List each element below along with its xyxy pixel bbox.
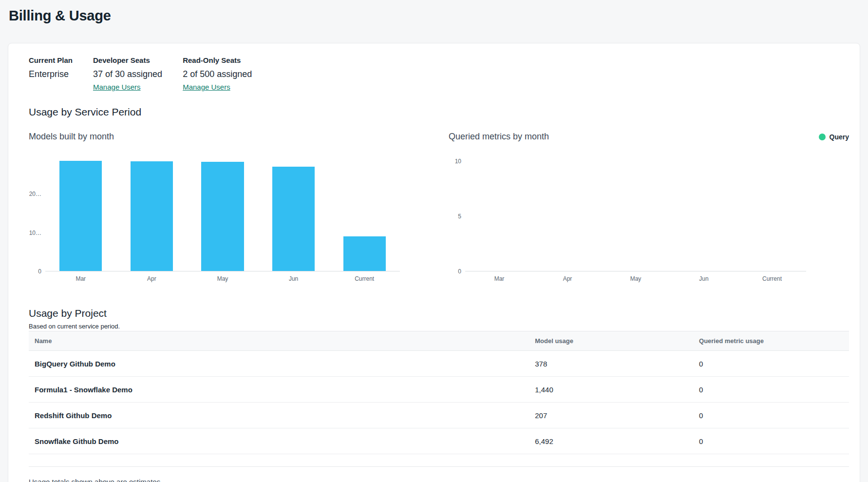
current-plan-value: Enterprise [29, 69, 73, 79]
models-chart-y-axis: 010…20… [29, 161, 45, 271]
readonly-seats-label: Read-Only Seats [183, 56, 252, 64]
x-axis-label: Current [329, 275, 400, 282]
usage-by-project-heading: Usage by Project [29, 308, 849, 319]
readonly-seats-value: 2 of 500 assigned [183, 69, 252, 79]
y-axis-label: 20… [29, 191, 41, 197]
current-plan-block: Current Plan Enterprise [29, 56, 73, 92]
x-axis-label: Jun [258, 275, 329, 282]
cell-queried-metric-usage: 0 [693, 351, 849, 377]
table-row: BigQuery Github Demo3780 [29, 351, 849, 377]
bar [201, 162, 244, 271]
models-built-chart: Models built by month 010…20… MarAprMayJ… [29, 132, 400, 282]
y-axis-label: 0 [458, 268, 461, 275]
plan-summary: Current Plan Enterprise Developer Seats … [29, 56, 849, 92]
usage-by-project-subtitle: Based on current service period. [29, 323, 849, 330]
bar-slot [45, 161, 116, 271]
usage-estimates-footnote: Usage totals shown above are estimates. [29, 478, 849, 482]
cell-name: Redshift Github Demo [29, 403, 529, 428]
usage-table-body: BigQuery Github Demo3780Formula1 - Snowf… [29, 351, 849, 454]
developer-seats-block: Developer Seats 37 of 30 assigned Manage… [93, 56, 162, 92]
current-plan-label: Current Plan [29, 56, 73, 64]
cell-queried-metric-usage: 0 [693, 403, 849, 428]
y-axis-label: 5 [458, 213, 461, 220]
cell-queried-metric-usage: 0 [693, 428, 849, 454]
table-row: Snowflake Github Demo6,4920 [29, 428, 849, 454]
bar-slot [465, 161, 533, 271]
x-axis-label: Mar [465, 275, 533, 282]
models-chart-plot [45, 161, 400, 271]
charts-row: Models built by month 010…20… MarAprMayJ… [29, 132, 849, 282]
queried-chart-plot [465, 161, 806, 271]
readonly-seats-block: Read-Only Seats 2 of 500 assigned Manage… [183, 56, 252, 92]
column-header-name: Name [29, 331, 529, 351]
bar-slot [738, 161, 806, 271]
bar-slot [670, 161, 738, 271]
developer-seats-value: 37 of 30 assigned [93, 69, 162, 79]
usage-by-service-period-heading: Usage by Service Period [29, 106, 849, 118]
x-axis-label: May [187, 275, 258, 282]
x-axis-label: Current [738, 275, 806, 282]
chart-legend: Query [819, 133, 849, 141]
bar-slot [187, 161, 258, 271]
cell-name: Formula1 - Snowflake Demo [29, 377, 529, 403]
models-chart-x-axis: MarAprMayJunCurrent [45, 275, 400, 282]
developer-seats-label: Developer Seats [93, 56, 162, 64]
cell-queried-metric-usage: 0 [693, 377, 849, 403]
cell-model-usage: 1,440 [529, 377, 693, 403]
models-built-chart-title: Models built by month [29, 132, 114, 142]
table-footer-row [29, 454, 849, 467]
table-row: Redshift Github Demo2070 [29, 403, 849, 428]
queried-chart-x-axis: MarAprMayJunCurrent [465, 275, 806, 282]
cell-model-usage: 378 [529, 351, 693, 377]
cell-model-usage: 6,492 [529, 428, 693, 454]
cell-name: BigQuery Github Demo [29, 351, 529, 377]
queried-chart-y-axis: 0510 [449, 161, 465, 271]
y-axis-label: 10… [29, 230, 41, 236]
bar-slot [329, 161, 400, 271]
legend-dot-icon [819, 134, 826, 140]
table-row: Formula1 - Snowflake Demo1,4400 [29, 377, 849, 403]
queried-metrics-chart-title: Queried metrics by month [449, 132, 549, 142]
queried-metrics-chart: Queried metrics by month Query 0510 MarA… [449, 132, 849, 282]
column-header-model-usage: Model usage [529, 331, 693, 351]
x-axis-label: Apr [116, 275, 188, 282]
bar [131, 161, 173, 271]
x-axis-label: Jun [670, 275, 738, 282]
table-header-row: Name Model usage Queried metric usage [29, 331, 849, 351]
column-header-queried-metric-usage: Queried metric usage [693, 331, 849, 351]
legend-label: Query [830, 133, 849, 141]
bar-slot [258, 161, 329, 271]
x-axis-label: Mar [45, 275, 116, 282]
cell-model-usage: 207 [529, 403, 693, 428]
bar [59, 161, 102, 271]
usage-by-project-table: Name Model usage Queried metric usage Bi… [29, 331, 849, 467]
bar [343, 236, 386, 271]
y-axis-label: 10 [455, 158, 461, 165]
developer-manage-users-link[interactable]: Manage Users [93, 83, 141, 91]
bar-slot [116, 161, 188, 271]
y-axis-label: 0 [38, 268, 41, 275]
bar-slot [533, 161, 602, 271]
billing-card: Current Plan Enterprise Developer Seats … [8, 43, 860, 482]
bar-slot [602, 161, 670, 271]
x-axis-label: May [602, 275, 670, 282]
page-title: Billing & Usage [0, 0, 868, 24]
bar [272, 167, 315, 271]
cell-name: Snowflake Github Demo [29, 428, 529, 454]
x-axis-label: Apr [533, 275, 602, 282]
readonly-manage-users-link[interactable]: Manage Users [183, 83, 230, 91]
